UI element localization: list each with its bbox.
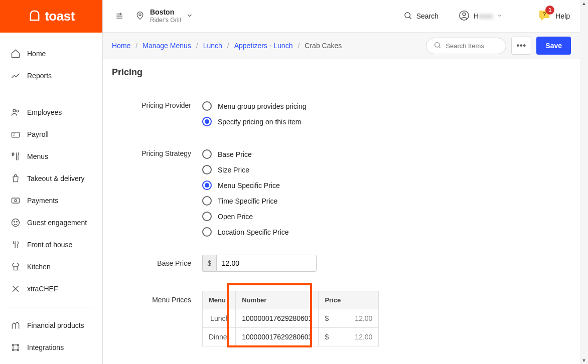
scroll-up-arrow[interactable]: ▲ bbox=[582, 1, 586, 6]
sidebar-item-kitchen[interactable]: Kitchen bbox=[0, 256, 102, 278]
topbar: Boston Rider's Grill Search Hxxxx ? 1 bbox=[103, 0, 580, 33]
radio-icon bbox=[202, 101, 212, 111]
more-actions-button[interactable]: ••• bbox=[511, 37, 531, 55]
radio-label: Menu group provides pricing bbox=[218, 102, 307, 110]
sidebar-divider bbox=[8, 307, 94, 307]
sidebar-item-label: Home bbox=[27, 50, 46, 58]
radio-icon bbox=[202, 117, 212, 126]
radio-label: Location Specific Price bbox=[218, 228, 289, 236]
breadcrumb-link[interactable]: Manage Menus bbox=[142, 42, 191, 50]
sidebar-item-guest[interactable]: Guest engagement bbox=[0, 212, 102, 234]
radio-icon bbox=[202, 196, 212, 206]
cell-price[interactable]: $ 12.00 bbox=[319, 309, 379, 328]
sidebar-item-home[interactable]: Home bbox=[0, 43, 102, 65]
sidebar-item-employees[interactable]: Employees bbox=[0, 101, 102, 123]
sidebar-item-label: Employees bbox=[27, 108, 62, 116]
sidebar-item-label: Payments bbox=[27, 197, 58, 205]
sidebar-item-takeout[interactable]: Takeout & delivery bbox=[0, 167, 102, 190]
breadcrumb-bar: Home / Manage Menus / Lunch / Appetizers… bbox=[103, 33, 580, 59]
help-badge: 1 bbox=[545, 6, 554, 15]
radio-open-price[interactable]: Open Price bbox=[202, 209, 483, 224]
svg-point-5 bbox=[12, 219, 20, 227]
menu-prices-row: Menu Prices Menu Number Price Lu bbox=[112, 285, 571, 352]
brand-logo[interactable]: toast bbox=[0, 0, 102, 33]
table-header-menu: Menu bbox=[203, 291, 236, 309]
table-header-number: Number bbox=[236, 291, 319, 309]
sidebar-divider bbox=[8, 94, 94, 94]
scroll-down-arrow[interactable]: ▼ bbox=[582, 358, 586, 363]
sidebar-item-label: Integrations bbox=[27, 343, 64, 351]
svg-point-10 bbox=[12, 349, 14, 350]
employees-icon bbox=[10, 107, 21, 118]
menu-prices-table: Menu Number Price Lunch 1000000176292806… bbox=[202, 291, 379, 346]
pricing-strategy-row: Pricing Strategy Base Price Size Price M… bbox=[112, 140, 571, 246]
radio-specify-on-item[interactable]: Specify pricing on this item bbox=[202, 114, 483, 129]
radio-menu-specific-price[interactable]: Menu Specific Price bbox=[202, 177, 483, 193]
sidebar-item-financial[interactable]: Financial products bbox=[0, 314, 102, 336]
cell-number: 100000017629280603 bbox=[236, 328, 319, 346]
field-label: Base Price bbox=[112, 255, 202, 272]
user-menu[interactable]: Hxxxx bbox=[459, 10, 503, 23]
radio-time-specific-price[interactable]: Time Specific Price bbox=[202, 193, 483, 209]
svg-point-1 bbox=[17, 110, 19, 112]
home-icon bbox=[10, 48, 21, 59]
page-scrollbar[interactable]: ▲ ▼ bbox=[580, 0, 588, 364]
payroll-icon bbox=[10, 129, 21, 140]
breadcrumb-link[interactable]: Appetizers - Lunch bbox=[234, 42, 293, 50]
radio-label: Specify pricing on this item bbox=[218, 118, 302, 126]
global-search-button[interactable]: Search bbox=[403, 11, 438, 22]
location-city: Boston bbox=[150, 8, 181, 17]
section-title: Pricing bbox=[112, 67, 571, 83]
search-icon bbox=[433, 41, 442, 51]
brand-name: toast bbox=[45, 9, 75, 24]
cell-menu: Lunch bbox=[203, 309, 236, 328]
search-items-input[interactable] bbox=[446, 42, 499, 50]
cell-number: 100000017629280601 bbox=[236, 309, 319, 328]
chevron-down-icon bbox=[186, 12, 193, 21]
collapse-sidebar-button[interactable] bbox=[113, 9, 127, 23]
sidebar-item-front[interactable]: Front of house bbox=[0, 234, 102, 256]
sidebar-item-integrations[interactable]: Integrations bbox=[0, 336, 102, 358]
sidebar-item-xtrachef[interactable]: xtraCHEF bbox=[0, 278, 102, 300]
svg-point-7 bbox=[17, 222, 18, 223]
radio-icon bbox=[202, 227, 212, 237]
currency-symbol: $ bbox=[325, 333, 329, 341]
radio-size-price[interactable]: Size Price bbox=[202, 162, 483, 177]
cell-price[interactable]: $ 12.00 bbox=[319, 328, 379, 346]
sidebar-item-reports[interactable]: Reports bbox=[0, 65, 102, 87]
sidebar: toast Home Reports Employees bbox=[0, 0, 103, 364]
search-items-input-wrap[interactable] bbox=[426, 38, 506, 54]
search-label: Search bbox=[416, 12, 438, 20]
sidebar-item-menus[interactable]: Menus bbox=[0, 145, 102, 167]
help-button[interactable]: ? 1 Help bbox=[537, 9, 570, 24]
chevron-down-icon bbox=[497, 12, 503, 20]
svg-point-17 bbox=[435, 42, 439, 47]
base-price-input[interactable] bbox=[216, 255, 317, 272]
radio-icon bbox=[202, 180, 212, 190]
radio-menu-group-provides[interactable]: Menu group provides pricing bbox=[202, 98, 483, 114]
field-label: Pricing Provider bbox=[112, 98, 202, 129]
radio-icon bbox=[202, 165, 212, 174]
sidebar-item-payroll[interactable]: Payroll bbox=[0, 123, 102, 145]
sidebar-item-label: Guest engagement bbox=[27, 219, 87, 227]
breadcrumb-sep: / bbox=[227, 42, 229, 50]
content-area: Pricing Pricing Provider Menu group prov… bbox=[103, 59, 580, 364]
radio-location-specific-price[interactable]: Location Specific Price bbox=[202, 224, 483, 240]
main-content: Boston Rider's Grill Search Hxxxx ? 1 bbox=[103, 0, 580, 364]
topbar-divider bbox=[520, 7, 520, 25]
toast-logo-icon bbox=[28, 9, 42, 24]
svg-point-0 bbox=[13, 109, 16, 112]
breadcrumb-sep: / bbox=[135, 42, 137, 50]
price-value: 12.00 bbox=[333, 333, 372, 341]
sidebar-item-payments[interactable]: Payments bbox=[0, 190, 102, 212]
help-label: Help bbox=[555, 12, 570, 20]
save-button[interactable]: Save bbox=[536, 37, 571, 55]
breadcrumb-link[interactable]: Lunch bbox=[203, 42, 222, 50]
radio-base-price[interactable]: Base Price bbox=[202, 146, 483, 162]
radio-label: Size Price bbox=[218, 166, 249, 174]
breadcrumb-link[interactable]: Home bbox=[112, 42, 130, 50]
kitchen-icon bbox=[10, 261, 21, 272]
sidebar-item-label: Front of house bbox=[27, 241, 72, 249]
location-selector[interactable]: Boston Rider's Grill bbox=[135, 8, 193, 24]
sidebar-item-label: Reports bbox=[27, 72, 52, 80]
